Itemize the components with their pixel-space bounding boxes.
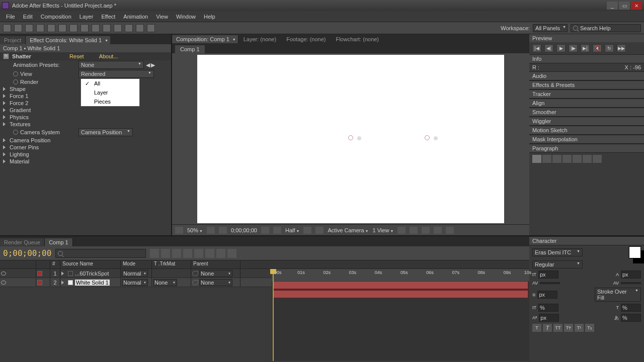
timeline-icon[interactable] [422, 227, 430, 234]
comp-subtab[interactable]: Comp 1 [175, 45, 205, 53]
layer-color-icon[interactable] [37, 271, 42, 276]
menu-animation[interactable]: Animation [119, 14, 152, 20]
fill-color-swatch[interactable] [629, 246, 641, 258]
th-mode[interactable]: Mode [121, 260, 152, 268]
brush-tool-icon[interactable] [103, 24, 111, 32]
twirl-icon[interactable] [3, 94, 6, 98]
type-tool-icon[interactable] [92, 24, 100, 32]
shy-icon[interactable] [161, 249, 170, 258]
clone-tool-icon[interactable] [114, 24, 122, 32]
tracker-panel-header[interactable]: Tracker [529, 89, 644, 99]
project-tab[interactable]: Project [0, 36, 26, 44]
align-panel-header[interactable]: Align [529, 99, 644, 108]
tracking-input[interactable] [621, 282, 641, 284]
eraser-tool-icon[interactable] [125, 24, 133, 32]
twirl-icon[interactable] [3, 87, 6, 91]
stroke-fill-select[interactable]: Stroke Over Fill [595, 288, 641, 302]
pan-behind-tool-icon[interactable] [58, 24, 66, 32]
stopwatch-icon[interactable] [13, 79, 18, 84]
effects-presets-panel-header[interactable]: Effects & Presets [529, 80, 644, 89]
menu-edit[interactable]: Edit [19, 14, 37, 20]
visibility-toggle-icon[interactable] [1, 281, 6, 285]
motion-blur-icon[interactable] [183, 249, 192, 258]
twirl-icon[interactable] [3, 115, 6, 119]
grid-toggle-icon[interactable] [175, 227, 183, 234]
wiggler-panel-header[interactable]: Wiggler [529, 117, 644, 126]
rotate-tool-icon[interactable] [36, 24, 44, 32]
subscript-button[interactable]: T₁ [585, 324, 594, 332]
viewer-timecode[interactable]: 0;00;00;00 [231, 227, 257, 233]
pen-tool-icon[interactable] [80, 24, 89, 32]
res-button[interactable] [207, 227, 215, 234]
animation-presets-select[interactable]: None [78, 61, 144, 69]
trkmat-select[interactable]: None [153, 279, 177, 286]
camera-select[interactable]: Active Camera [328, 227, 368, 233]
rect-tool-icon[interactable] [69, 24, 77, 32]
mask-interp-panel-header[interactable]: Mask Interpolation [529, 135, 644, 144]
layer-duration-bar[interactable] [273, 281, 528, 289]
layer-row[interactable]: 1 ...60TrickSpot Normal None [0, 269, 272, 278]
hand-tool-icon[interactable] [14, 24, 22, 32]
last-frame-button[interactable]: ▶| [581, 44, 590, 52]
timecode[interactable]: 0;00;00;00 [3, 248, 51, 258]
pickwhip-icon[interactable] [192, 271, 198, 276]
character-panel-header[interactable]: Character [529, 236, 644, 245]
paragraph-panel-header[interactable]: Paragraph [529, 144, 644, 153]
layer-name[interactable]: ...60TrickSpot [75, 270, 109, 277]
effect-name[interactable]: Shatter [12, 53, 31, 59]
time-ruler[interactable]: 00s 01s 02s 03s 04s 05s 06s 07s 08s 09s … [272, 269, 529, 281]
resolution-select[interactable]: Half [285, 227, 300, 233]
maximize-button[interactable]: ▭ [619, 2, 630, 10]
effect-controls-tab[interactable]: Effect Controls: White Solid 1 [26, 36, 110, 44]
playhead[interactable] [273, 269, 274, 361]
font-size-input[interactable]: px [538, 270, 558, 279]
justify-left-button[interactable] [562, 155, 572, 163]
twirl-icon[interactable] [3, 108, 6, 112]
th-parent[interactable]: Parent [191, 260, 240, 268]
menu-window[interactable]: Window [172, 14, 200, 20]
stroke-width-input[interactable]: px [537, 291, 557, 299]
align-center-button[interactable] [542, 155, 551, 163]
parent-select[interactable]: None [199, 270, 232, 277]
pixel-aspect-icon[interactable] [397, 227, 406, 234]
all-caps-button[interactable]: TT [553, 324, 562, 332]
faux-italic-button[interactable]: T [543, 324, 552, 332]
camera-system-select[interactable]: Camera Position [78, 128, 133, 136]
prop-physics[interactable]: Physics [10, 114, 29, 120]
view-select[interactable]: Rendered [78, 70, 154, 78]
twirl-icon[interactable] [61, 272, 64, 276]
force-marker-icon[interactable] [348, 135, 353, 140]
transparency-icon[interactable] [303, 227, 311, 234]
menu-layer[interactable]: Layer [75, 14, 98, 20]
hscale-input[interactable]: % [621, 304, 641, 312]
frame-blend-icon[interactable] [172, 249, 181, 258]
dropdown-pieces[interactable]: Pieces [81, 97, 139, 106]
align-right-button[interactable] [552, 155, 561, 163]
snapshot-icon[interactable] [261, 227, 269, 234]
twirl-icon[interactable] [3, 152, 6, 156]
fast-preview-icon[interactable] [410, 227, 418, 234]
layer-duration-bar[interactable] [273, 290, 528, 298]
twirl-icon[interactable] [3, 122, 6, 126]
layer-color-icon[interactable] [37, 280, 42, 285]
auto-keyframe-icon[interactable] [216, 249, 225, 258]
flowchart-tab[interactable]: Flowchart: (none) [331, 35, 384, 43]
channel-button[interactable] [219, 227, 227, 234]
zoom-select[interactable]: 50% [187, 227, 203, 233]
force-marker-icon[interactable] [425, 135, 430, 140]
puppet-tool-icon[interactable] [147, 24, 155, 32]
layer-row[interactable]: 2 White Solid 1 Normal None None [0, 278, 272, 287]
twirl-icon[interactable] [3, 101, 6, 105]
font-style-select[interactable]: Regular [532, 260, 583, 268]
stopwatch-icon[interactable] [13, 130, 18, 135]
kerning-input[interactable] [540, 282, 560, 284]
minimize-button[interactable]: _ [607, 2, 618, 10]
menu-effect[interactable]: Effect [97, 14, 119, 20]
baseline-input[interactable]: px [539, 314, 559, 322]
menu-help[interactable]: Help [200, 14, 219, 20]
prop-shape[interactable]: Shape [10, 86, 26, 92]
prev-preset-icon[interactable]: ◀ [146, 62, 150, 68]
prev-frame-button[interactable]: ◀| [544, 44, 553, 52]
loop-button[interactable]: ↻ [605, 44, 614, 52]
draft-3d-icon[interactable] [227, 249, 236, 258]
